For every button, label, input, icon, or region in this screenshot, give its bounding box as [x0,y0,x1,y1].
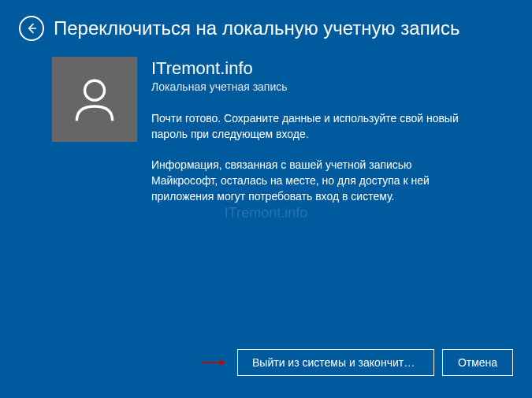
account-info: ITremont.info Локальная учетная запись П… [151,57,513,218]
svg-marker-3 [220,360,227,366]
message-1: Почти готово. Сохраните данные и использ… [151,110,467,143]
user-icon [68,73,121,126]
account-type-label: Локальная учетная запись [151,80,513,93]
username-label: ITremont.info [151,58,513,79]
message-2: Информация, связанная с вашей учетной за… [151,157,467,205]
back-button[interactable] [19,16,44,41]
cancel-button[interactable]: Отмена [442,349,513,376]
pointer-arrow-icon [199,359,226,366]
content-area: ITremont.info Локальная учетная запись П… [0,49,532,218]
avatar [52,57,137,142]
signout-finish-button[interactable]: Выйти из системы и закончить р… [237,349,434,376]
header: Переключиться на локальную учетную запис… [0,0,532,49]
arrow-left-icon [25,22,38,35]
svg-point-1 [85,80,105,100]
footer: Выйти из системы и закончить р… Отмена [199,349,513,376]
page-title: Переключиться на локальную учетную запис… [54,17,460,39]
